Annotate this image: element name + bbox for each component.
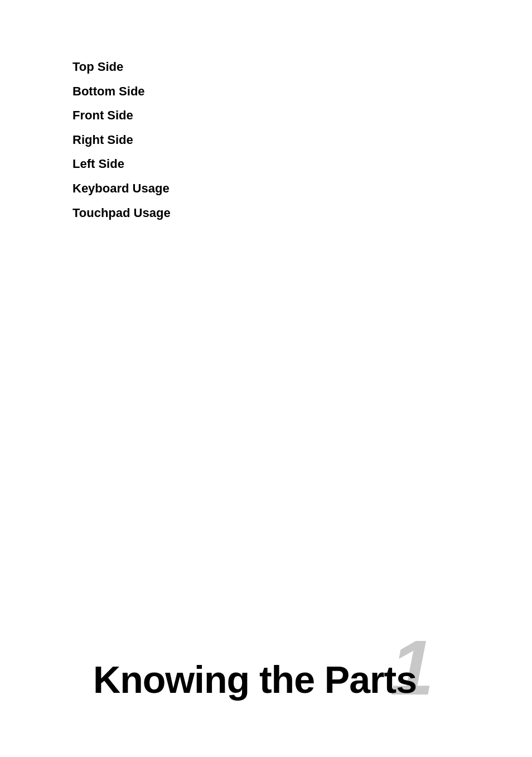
nav-item[interactable]: Keyboard Usage [72, 177, 171, 200]
nav-item[interactable]: Right Side [72, 129, 171, 151]
nav-item[interactable]: Left Side [72, 153, 171, 175]
nav-item[interactable]: Top Side [72, 56, 171, 78]
chapter-section: 1 Knowing the Parts [0, 658, 532, 701]
nav-item[interactable]: Touchpad Usage [72, 202, 171, 224]
nav-item[interactable]: Bottom Side [72, 80, 171, 103]
table-of-contents: Top SideBottom SideFront SideRight SideL… [72, 56, 171, 224]
chapter-title-block: 1 Knowing the Parts [93, 658, 417, 701]
chapter-title-text: Knowing the Parts [93, 658, 417, 701]
nav-item[interactable]: Front Side [72, 104, 171, 127]
page-content: Top SideBottom SideFront SideRight SideL… [0, 0, 532, 757]
